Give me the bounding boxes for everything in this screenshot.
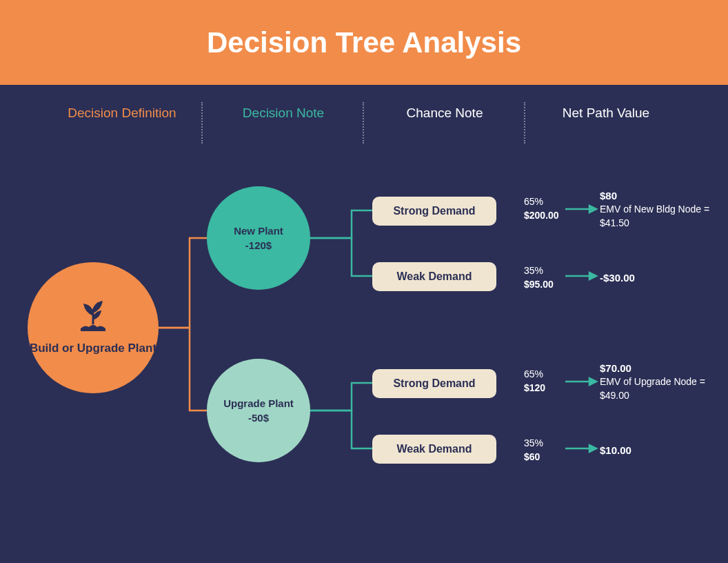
net-sub: EMV of New Bldg Node = $41.50 (600, 203, 728, 230)
net-main: $10.00 (600, 443, 631, 457)
net-value-3: $70.00 EMV of Upgrade Node = $49.00 (600, 361, 728, 402)
legend-decision-definition: Decision Definition (41, 106, 203, 121)
net-main: $70.00 (600, 361, 728, 375)
chance-weak-demand-1: Weak Demand (372, 262, 496, 291)
payoff: $95.00 (524, 279, 554, 290)
chance-value-1: 65% $200.00 (524, 195, 559, 222)
net-sub: EMV of Upgrade Node = $49.00 (600, 375, 728, 402)
chance-value-2: 35% $95.00 (524, 264, 554, 291)
legend-chance-note: Chance Note (364, 106, 525, 121)
decision-upgrade-plant: Upgrade Plant -50$ (207, 359, 310, 462)
plant-icon (72, 299, 114, 334)
page-title: Decision Tree Analysis (207, 26, 521, 59)
legend-row: Decision Definition Decision Note Chance… (0, 85, 728, 128)
decision-new-plant: New Plant -120$ (207, 186, 310, 290)
probability: 35% (524, 264, 554, 278)
decision-name: New Plant (234, 224, 283, 238)
net-value-4: $10.00 (600, 443, 631, 457)
chance-strong-demand-1: Strong Demand (372, 197, 496, 226)
probability: 35% (524, 437, 543, 451)
svg-marker-7 (589, 445, 596, 452)
payoff: $60 (524, 451, 540, 462)
chance-weak-demand-2: Weak Demand (372, 435, 496, 464)
root-label: Build or Upgrade Plant (30, 341, 156, 356)
decision-cost: -50$ (248, 411, 269, 425)
header: Decision Tree Analysis (0, 0, 728, 85)
decision-name: Upgrade Plant (223, 396, 294, 411)
chance-value-4: 35% $60 (524, 437, 543, 464)
decision-tree: Build or Upgrade Plant New Plant -120$ U… (0, 128, 728, 521)
chance-value-3: 65% $120 (524, 368, 545, 395)
legend-net-path-value: Net Path Value (525, 106, 687, 121)
svg-marker-5 (589, 378, 596, 385)
svg-marker-3 (589, 273, 596, 279)
net-value-1: $80 EMV of New Bldg Node = $41.50 (600, 188, 728, 230)
decision-cost: -120$ (245, 238, 272, 253)
probability: 65% (524, 368, 545, 382)
root-node: Build or Upgrade Plant (28, 262, 159, 393)
legend-decision-note: Decision Note (203, 106, 364, 121)
svg-marker-1 (589, 206, 596, 213)
net-main: -$30.00 (600, 270, 635, 285)
payoff: $200.00 (524, 210, 559, 221)
net-main: $80 (600, 188, 728, 203)
payoff: $120 (524, 382, 545, 393)
chance-strong-demand-2: Strong Demand (372, 369, 496, 398)
net-value-2: -$30.00 (600, 270, 635, 285)
probability: 65% (524, 195, 559, 209)
